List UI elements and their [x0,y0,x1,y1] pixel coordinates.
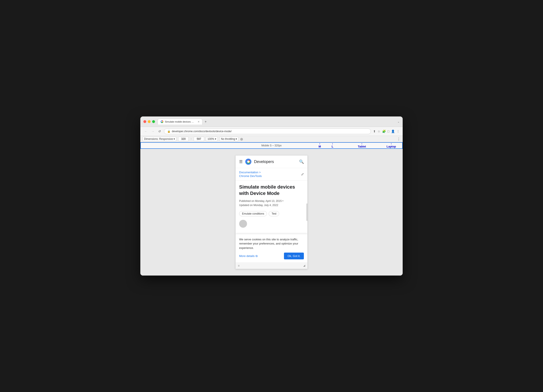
browser-window: Simulate mobile devices with D ✕ + ⌄ ← →… [140,117,403,275]
address-icons: ⬆ ☆ 🧩 □ 👤 ⋮ [373,129,400,133]
svg-point-2 [162,121,163,122]
new-tab-button[interactable]: + [203,119,208,124]
hamburger-menu-button[interactable]: ☰ [239,159,243,164]
cast-icon[interactable]: □ [388,129,389,133]
breakpoint-laptop[interactable]: ↑ Laptop [386,142,396,148]
updated-date: Updated on Monday, July 4, 2022 [239,203,304,207]
breadcrumb-devtools[interactable]: Chrome DevTools [239,174,262,178]
responsive-bar: Mobile S – 320px ↑ M ↑ L ↑ Tablet ↑ Lapt… [140,142,403,149]
tag-test[interactable]: Test [269,211,279,216]
more-details-button[interactable]: More details ⧉ [239,254,258,258]
share-icon[interactable]: ⤢ [301,172,304,176]
tabs-area: Simulate mobile devices with D ✕ + ⌄ [158,119,400,124]
maximize-button[interactable] [152,120,155,123]
article-content: Simulate mobile devices with Device Mode… [236,180,307,234]
devtools-more-button[interactable]: ⋮ [397,137,401,141]
article-title: Simulate mobile devices with Device Mode [239,184,304,196]
width-input[interactable] [178,137,189,141]
breakpoint-l-label: L [332,145,333,148]
zoom-label: 100% [207,137,214,140]
menu-icon[interactable]: ⋮ [396,129,400,133]
forward-button[interactable]: → [150,129,155,134]
breakpoint-tablet-arrow: ↑ [361,142,363,145]
minimize-button[interactable] [148,120,151,123]
throttle-arrow: ▾ [236,137,237,140]
url-bar[interactable]: 🔒 developer.chrome.com/docs/devtools/dev… [164,129,371,134]
tags-area: Emulate conditions Test [239,211,304,216]
address-bar: ← → ↺ 🔒 developer.chrome.com/docs/devtoo… [140,127,403,136]
breakpoint-l-arrow: ↑ [332,142,333,145]
responsive-label: Mobile S – 320px [261,144,282,147]
resize-icon[interactable]: ◢ [303,264,305,268]
bottom-handle: ≡ ◢ [236,263,307,269]
dimensions-label: Dimensions: Responsive [144,137,173,140]
drag-handle-icon[interactable]: ≡ [238,264,240,268]
dimensions-dropdown[interactable]: Dimensions: Responsive ▾ [142,137,176,141]
cookie-banner: We serve cookies on this site to analyze… [236,234,307,263]
active-tab[interactable]: Simulate mobile devices with D ✕ [158,119,202,124]
bookmark-icon[interactable]: ☆ [378,129,380,133]
cross-separator: × [190,137,192,140]
extension-icon[interactable]: 🧩 [382,129,386,133]
tab-label: Simulate mobile devices with D [165,120,195,123]
throttle-dropdown[interactable]: No throttling ▾ [220,137,239,141]
lock-icon: 🔒 [167,130,170,133]
breakpoint-laptop-label: Laptop [386,145,396,148]
back-button[interactable]: ← [143,129,148,134]
cookie-text: We serve cookies on this site to analyze… [239,237,304,250]
height-input[interactable] [194,137,204,141]
site-title: Developers [254,160,296,164]
profile-icon[interactable]: 👤 [391,129,395,133]
breakpoint-laptop-arrow: ↑ [390,142,392,145]
title-bar: Simulate mobile devices with D ✕ + ⌄ [140,117,403,127]
close-button[interactable] [143,120,146,123]
throttle-label: No throttling [221,137,235,140]
more-details-label: More details [239,254,255,258]
breakpoint-tablet[interactable]: ↑ Tablet [358,142,366,148]
devtools-toolbar: Dimensions: Responsive ▾ × 100% ▾ No thr… [140,136,403,142]
dimensions-arrow: ▾ [174,137,175,140]
zoom-arrow: ▾ [215,137,216,140]
url-text: developer.chrome.com/docs/devtools/devic… [172,130,368,133]
article-meta: Published on Monday, April 13, 2015 • Up… [239,199,304,207]
author-avatar [239,220,247,228]
external-link-icon: ⧉ [255,254,258,258]
breadcrumb: Documentation > Chrome DevTools [239,171,262,178]
breakpoint-m-label: M [318,145,321,148]
zoom-dropdown[interactable]: 100% ▾ [206,137,218,141]
tag-emulate[interactable]: Emulate conditions [239,211,267,216]
scroll-track[interactable] [306,203,307,221]
chrome-logo [245,159,251,165]
sensors-icon[interactable]: ◎ [240,137,243,141]
tab-more-button[interactable]: ⌄ [397,120,400,123]
published-date: Published on Monday, April 13, 2015 • [239,199,304,203]
breadcrumb-area: Documentation > Chrome DevTools ⤢ [236,168,307,180]
breakpoint-m-arrow: ↑ [319,142,321,145]
site-header: ☰ Developers 🔍 [236,156,307,168]
reload-button[interactable]: ↺ [157,129,162,134]
breakpoint-tablet-label: Tablet [358,145,366,148]
share-page-icon[interactable]: ⬆ [373,129,376,133]
svg-point-4 [247,161,250,163]
tab-favicon [160,120,164,123]
main-content: ☰ Developers 🔍 Documentation > [140,149,403,275]
breakpoint-m[interactable]: ↑ M [318,142,321,148]
cookie-actions: More details ⧉ Ok, Got it. [239,252,304,259]
breadcrumb-docs[interactable]: Documentation > [239,171,262,174]
tab-close-button[interactable]: ✕ [198,120,200,123]
traffic-lights [143,120,155,123]
ok-button[interactable]: Ok, Got it. [284,252,304,259]
mobile-viewport: ☰ Developers 🔍 Documentation > [235,155,308,269]
search-button[interactable]: 🔍 [299,159,304,164]
breakpoint-l[interactable]: ↑ L [332,142,333,148]
